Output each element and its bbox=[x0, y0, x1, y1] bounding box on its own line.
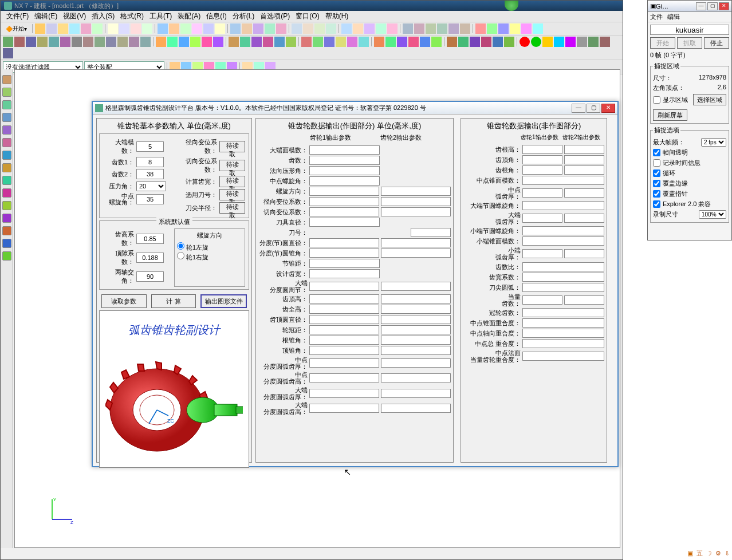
tray-icon[interactable]: ⇩ bbox=[725, 550, 730, 557]
tool-icon[interactable] bbox=[108, 23, 118, 34]
select-region-button[interactable]: 选择区域 bbox=[693, 94, 726, 105]
tool-icon[interactable] bbox=[437, 23, 447, 34]
tool-icon[interactable] bbox=[276, 23, 286, 34]
teeth2-input[interactable] bbox=[136, 169, 164, 179]
tool-icon[interactable] bbox=[448, 23, 459, 34]
tool-icon[interactable] bbox=[531, 37, 541, 47]
sidebar-icon[interactable] bbox=[2, 88, 11, 97]
frame-trans-checkbox[interactable] bbox=[653, 149, 660, 156]
tool-icon[interactable] bbox=[49, 37, 59, 47]
tool-icon[interactable] bbox=[426, 23, 436, 34]
close-button[interactable]: ✕ bbox=[601, 104, 615, 113]
helix-left-radio[interactable]: 轮1左旋 bbox=[177, 244, 208, 251]
tool-icon[interactable] bbox=[387, 23, 398, 34]
tool-icon[interactable] bbox=[577, 37, 587, 47]
minimize-button[interactable]: — bbox=[572, 104, 585, 113]
tool-icon[interactable] bbox=[60, 37, 70, 47]
record-size-select[interactable]: 100% bbox=[699, 210, 726, 219]
show-region-checkbox[interactable] bbox=[653, 96, 660, 104]
menu-view[interactable]: 视图(V) bbox=[61, 10, 88, 22]
tool-icon[interactable] bbox=[180, 23, 191, 34]
tool-icon[interactable] bbox=[359, 37, 369, 47]
read-params-button[interactable]: 读取参数 bbox=[101, 294, 147, 308]
tool-icon[interactable] bbox=[408, 37, 419, 47]
dialog-titlebar[interactable]: 格里森制弧齿锥齿轮副设计平台 版本号：V1.0.0。本软件已经中国国家版权局登记… bbox=[93, 102, 617, 115]
maximize-button[interactable]: ▢ bbox=[587, 104, 600, 113]
tool-icon[interactable] bbox=[292, 23, 302, 34]
sidebar-icon[interactable] bbox=[2, 138, 11, 147]
addendum-coef-input[interactable] bbox=[136, 234, 164, 244]
tool-icon[interactable] bbox=[376, 23, 386, 34]
menu-help[interactable]: 帮助(H) bbox=[323, 10, 351, 22]
cover-cursor-checkbox[interactable] bbox=[653, 190, 660, 198]
helix-right-radio[interactable]: 轮1右旋 bbox=[177, 254, 208, 261]
tool-icon[interactable] bbox=[167, 37, 178, 47]
tool-icon[interactable] bbox=[475, 23, 486, 34]
tool-icon[interactable] bbox=[140, 37, 151, 47]
sidebar-icon[interactable] bbox=[2, 188, 11, 198]
tool-icon[interactable] bbox=[301, 37, 312, 47]
sidebar-icon[interactable] bbox=[2, 176, 11, 185]
tool-icon[interactable] bbox=[156, 37, 166, 47]
tool-icon[interactable] bbox=[263, 37, 273, 47]
tool-icon[interactable] bbox=[420, 37, 430, 47]
tool-icon[interactable] bbox=[129, 37, 139, 47]
cap-start-button[interactable]: 开始 bbox=[650, 37, 675, 49]
menu-assembly[interactable]: 装配(A) bbox=[175, 10, 203, 22]
pressure-angle-select[interactable]: 20 bbox=[136, 181, 166, 191]
tool-icon[interactable] bbox=[364, 23, 375, 34]
tool-icon[interactable] bbox=[142, 23, 152, 34]
tool-icon[interactable] bbox=[447, 37, 457, 47]
teeth1-input[interactable] bbox=[136, 157, 164, 167]
loop-checkbox[interactable] bbox=[653, 169, 660, 177]
tool-icon[interactable] bbox=[3, 48, 13, 58]
tool-icon[interactable] bbox=[498, 23, 509, 34]
sidebar-icon[interactable] bbox=[2, 251, 11, 261]
tool-icon[interactable] bbox=[487, 23, 497, 34]
mid-helix-input[interactable] bbox=[136, 194, 164, 204]
record-time-checkbox[interactable] bbox=[653, 159, 660, 167]
tool-icon[interactable] bbox=[324, 37, 334, 47]
sidebar-icon[interactable] bbox=[2, 75, 11, 84]
tool-icon[interactable] bbox=[414, 23, 424, 34]
cap-minimize-button[interactable]: — bbox=[696, 2, 706, 10]
tool-icon[interactable] bbox=[202, 37, 212, 47]
tool-icon[interactable] bbox=[588, 37, 599, 47]
tool-icon[interactable] bbox=[203, 23, 214, 34]
sidebar-icon[interactable] bbox=[2, 214, 11, 223]
tool-icon[interactable] bbox=[95, 37, 105, 47]
tool-icon[interactable] bbox=[542, 37, 553, 47]
tool-icon[interactable] bbox=[481, 37, 491, 47]
tool-icon[interactable] bbox=[326, 23, 336, 34]
cap-menu-edit[interactable]: 编辑 bbox=[667, 13, 680, 21]
sidebar-icon[interactable] bbox=[2, 125, 11, 135]
calculate-button[interactable]: 计 算 bbox=[151, 294, 196, 308]
shaft-angle-input[interactable] bbox=[136, 271, 164, 282]
tool-icon[interactable] bbox=[431, 37, 442, 47]
tool-icon[interactable] bbox=[190, 37, 200, 47]
sidebar-icon[interactable] bbox=[2, 151, 11, 160]
tool-icon[interactable] bbox=[510, 23, 520, 34]
tool-icon[interactable] bbox=[353, 23, 363, 34]
menu-info[interactable]: 信息(I) bbox=[204, 10, 229, 22]
tool-icon[interactable] bbox=[46, 23, 57, 34]
sidebar-icon[interactable] bbox=[2, 100, 11, 109]
tool-icon[interactable] bbox=[58, 23, 68, 34]
tool-icon[interactable] bbox=[35, 23, 45, 34]
tool-icon[interactable] bbox=[192, 23, 202, 34]
large-end-module-input[interactable] bbox=[136, 141, 164, 152]
tool-icon[interactable] bbox=[3, 37, 13, 47]
sidebar-icon[interactable] bbox=[2, 239, 11, 248]
tool-icon[interactable] bbox=[274, 37, 285, 47]
menu-edit[interactable]: 编辑(E) bbox=[32, 10, 60, 22]
tool-icon[interactable] bbox=[341, 23, 352, 34]
tool-icon[interactable] bbox=[554, 37, 564, 47]
capture-titlebar[interactable]: ▣ Gi… — ▢ ✕ bbox=[648, 1, 731, 12]
clearance-coef-input[interactable] bbox=[136, 253, 164, 263]
tool-icon[interactable] bbox=[117, 37, 128, 47]
cutter-no-button[interactable]: 待读取 bbox=[219, 189, 245, 200]
tool-icon[interactable] bbox=[83, 37, 93, 47]
tool-icon[interactable] bbox=[131, 23, 141, 34]
tool-icon[interactable] bbox=[265, 23, 275, 34]
cap-stop-button[interactable]: 停止 bbox=[704, 37, 729, 49]
